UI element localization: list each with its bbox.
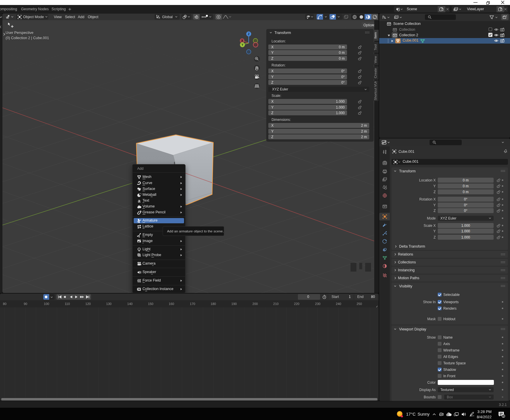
svg-text:80: 80: [3, 302, 6, 306]
svg-text:130: 130: [106, 302, 111, 306]
svg-text:250: 250: [357, 302, 362, 306]
svg-text:170: 170: [190, 302, 195, 306]
svg-text:2: 2: [503, 415, 504, 418]
svg-text:150: 150: [148, 302, 153, 306]
svg-text:230: 230: [315, 302, 320, 306]
svg-text:180: 180: [211, 302, 216, 306]
svg-text:240: 240: [336, 302, 341, 306]
svg-text:160: 160: [169, 302, 174, 306]
svg-text:210: 210: [273, 302, 279, 306]
svg-text:Z: Z: [248, 32, 250, 36]
svg-text:140: 140: [127, 302, 133, 306]
svg-text:190: 190: [231, 302, 237, 306]
svg-text:110: 110: [65, 302, 70, 306]
svg-text:X: X: [241, 39, 243, 42]
svg-text:200: 200: [253, 302, 258, 306]
svg-text:100: 100: [44, 302, 49, 306]
svg-text:Y: Y: [241, 43, 243, 47]
svg-text:90: 90: [24, 302, 27, 306]
svg-text:220: 220: [294, 302, 299, 306]
svg-text:120: 120: [85, 302, 91, 306]
svg-text:a: a: [138, 199, 141, 203]
